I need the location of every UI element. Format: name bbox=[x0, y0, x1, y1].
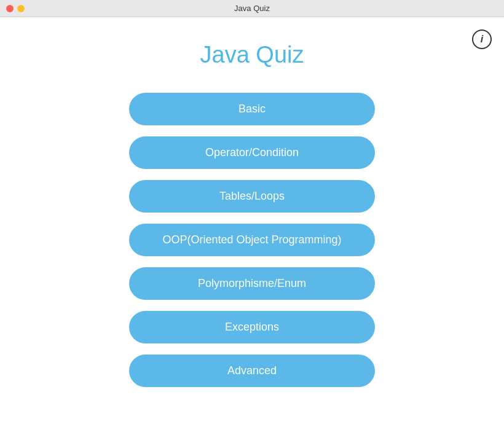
menu-button-advanced[interactable]: Advanced bbox=[129, 355, 375, 387]
menu-buttons: BasicOperator/ConditionTables/LoopsOOP(O… bbox=[0, 93, 504, 387]
close-button[interactable] bbox=[6, 5, 14, 12]
info-button[interactable]: i bbox=[472, 29, 492, 49]
window-controls bbox=[6, 5, 25, 12]
window-title: Java Quiz bbox=[234, 4, 270, 13]
menu-button-polymorphisme-enum[interactable]: Polymorphisme/Enum bbox=[129, 267, 375, 300]
menu-button-exceptions[interactable]: Exceptions bbox=[129, 311, 375, 343]
menu-button-tables-loops[interactable]: Tables/Loops bbox=[129, 180, 375, 213]
menu-button-oop[interactable]: OOP(Oriented Object Programming) bbox=[129, 224, 375, 256]
main-content: i Java Quiz BasicOperator/ConditionTable… bbox=[0, 17, 504, 435]
app-title: Java Quiz bbox=[200, 42, 304, 68]
info-icon: i bbox=[481, 34, 483, 45]
title-bar: Java Quiz bbox=[0, 0, 504, 17]
minimize-button[interactable] bbox=[17, 5, 25, 12]
menu-button-basic[interactable]: Basic bbox=[129, 93, 375, 125]
menu-button-operator-condition[interactable]: Operator/Condition bbox=[129, 136, 375, 169]
